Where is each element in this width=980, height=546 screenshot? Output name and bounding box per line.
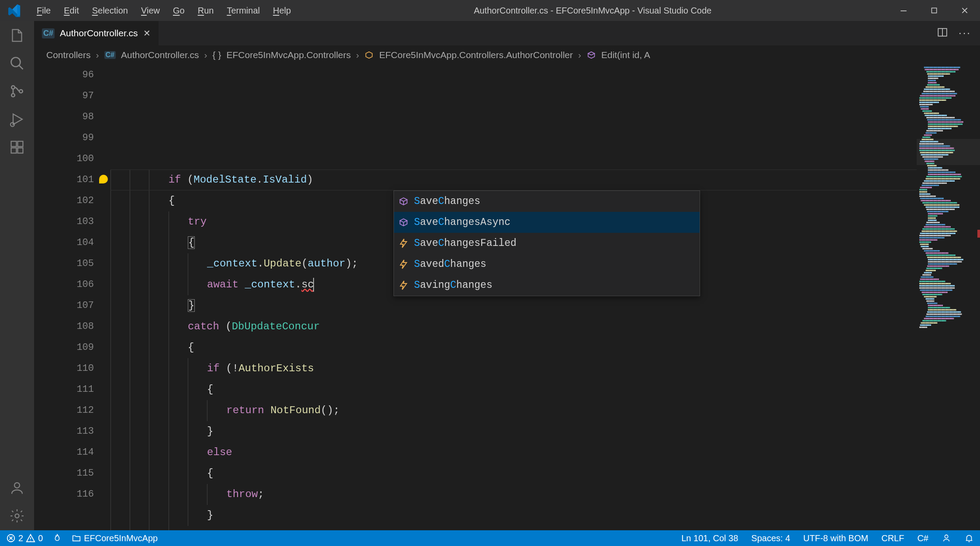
code-line[interactable]: { — [110, 463, 917, 484]
intellisense-item-savechangesasync[interactable]: SaveChangesAsync — [394, 212, 700, 233]
code-line[interactable]: } — [110, 421, 917, 442]
line-number: 116 — [34, 484, 94, 505]
line-number: 110 — [34, 358, 94, 379]
extensions-icon[interactable] — [8, 138, 26, 156]
tab-authorcontroller[interactable]: C# AuthorController.cs ✕ — [34, 21, 159, 45]
intellisense-item-savechanges[interactable]: SaveChanges — [394, 191, 700, 212]
menu-help[interactable]: Help — [267, 5, 297, 17]
breadcrumbs[interactable]: Controllers › C# AuthorController.cs › {… — [34, 45, 980, 65]
status-language[interactable]: C# — [917, 533, 928, 543]
svg-point-3 — [11, 86, 15, 89]
minimap[interactable]: ████████████████████████████████████████… — [917, 65, 980, 530]
status-problems[interactable]: 2 0 — [6, 533, 43, 543]
accounts-icon[interactable] — [8, 479, 26, 497]
intellisense-label: SavingChanges — [414, 275, 492, 296]
tab-filename: AuthorController.cs — [60, 28, 138, 38]
intellisense-item-savingchanges[interactable]: SavingChanges — [394, 275, 700, 296]
split-editor-icon[interactable] — [937, 27, 948, 40]
line-number: 97 — [34, 86, 94, 107]
lightbulb-icon[interactable] — [99, 175, 108, 183]
code-line[interactable]: } — [110, 505, 917, 526]
line-number: 100 — [34, 149, 94, 169]
line-number: 109 — [34, 337, 94, 358]
intellisense-item-savedchanges[interactable]: SavedChanges — [394, 254, 700, 275]
menu-file[interactable]: File — [31, 5, 57, 17]
settings-gear-icon[interactable] — [8, 507, 26, 525]
line-number: 101 — [34, 169, 94, 190]
breadcrumb-method[interactable]: Edit(int id, A — [601, 50, 650, 60]
line-number: 114 — [34, 442, 94, 463]
minimap-slider[interactable] — [917, 139, 980, 165]
class-icon — [364, 50, 374, 60]
line-number: 105 — [34, 253, 94, 274]
code-line[interactable]: } — [110, 295, 917, 316]
line-number-gutter: 9697989910010110210310410510610710810911… — [34, 65, 110, 530]
line-number: 103 — [34, 211, 94, 232]
code-line[interactable]: else — [110, 442, 917, 463]
code-line[interactable]: if (!AuthorExists — [110, 358, 917, 379]
intellisense-label: SaveChanges — [414, 191, 480, 212]
status-indentation[interactable]: Spaces: 4 — [751, 533, 790, 543]
breadcrumb-file[interactable]: AuthorController.cs — [121, 50, 199, 60]
close-tab-icon[interactable]: ✕ — [143, 28, 151, 38]
text-cursor — [313, 278, 314, 292]
menu-selection[interactable]: Selection — [86, 5, 134, 17]
status-project[interactable]: EFCore5InMvcApp — [72, 533, 158, 543]
code-content[interactable]: SaveChangesSaveChangesAsyncSaveChangesFa… — [110, 65, 917, 530]
code-line[interactable]: return NotFound(); — [110, 400, 917, 421]
intellisense-label: SaveChangesFailed — [414, 233, 517, 254]
menu-terminal[interactable]: Terminal — [221, 5, 266, 17]
tab-bar: C# AuthorController.cs ✕ ··· — [34, 21, 980, 45]
vscode-logo-icon — [8, 4, 21, 17]
activity-bar — [0, 21, 34, 530]
line-number: 115 — [34, 463, 94, 484]
line-number: 107 — [34, 295, 94, 316]
status-feedback-icon[interactable] — [942, 533, 951, 543]
status-flame-icon[interactable] — [52, 533, 62, 543]
menu-view[interactable]: View — [135, 5, 166, 17]
status-notifications-icon[interactable] — [964, 533, 974, 543]
search-icon[interactable] — [8, 54, 26, 73]
titlebar: FileEditSelectionViewGoRunTerminalHelp A… — [0, 0, 980, 21]
editor[interactable]: 9697989910010110210310410510610710810911… — [34, 65, 980, 530]
breadcrumb-namespace[interactable]: EFCore5InMvcApp.Controllers — [226, 50, 351, 60]
svg-point-4 — [11, 93, 15, 97]
menu-edit[interactable]: Edit — [58, 5, 85, 17]
intellisense-label: SaveChangesAsync — [414, 212, 511, 233]
menu-go[interactable]: Go — [167, 5, 191, 17]
status-eol[interactable]: CRLF — [881, 533, 904, 543]
code-line[interactable]: } — [110, 526, 917, 530]
code-line[interactable]: { — [110, 379, 917, 400]
status-bar: 2 0 EFCore5InMvcApp Ln 101, Col 38 Space… — [0, 530, 980, 546]
status-encoding[interactable]: UTF-8 with BOM — [803, 533, 868, 543]
main-menu: FileEditSelectionViewGoRunTerminalHelp — [31, 5, 297, 17]
svg-rect-0 — [901, 10, 907, 11]
method-icon — [587, 50, 596, 60]
explorer-icon[interactable] — [8, 26, 26, 45]
line-number: 104 — [34, 232, 94, 253]
code-line[interactable]: throw; — [110, 484, 917, 505]
line-number: 113 — [34, 421, 94, 442]
source-control-icon[interactable] — [8, 82, 26, 100]
run-debug-icon[interactable] — [8, 110, 26, 128]
minimize-button[interactable] — [888, 0, 919, 21]
code-line[interactable]: { — [110, 337, 917, 358]
csharp-file-icon: C# — [42, 28, 55, 38]
close-button[interactable] — [949, 0, 980, 21]
maximize-button[interactable] — [919, 0, 949, 21]
code-line[interactable]: if (ModelState.IsValid) — [110, 169, 917, 190]
breadcrumb-folder[interactable]: Controllers — [46, 50, 91, 60]
svg-rect-8 — [11, 148, 17, 153]
intellisense-popup[interactable]: SaveChangesSaveChangesAsyncSaveChangesFa… — [393, 190, 700, 296]
svg-point-11 — [14, 483, 20, 488]
more-actions-icon[interactable]: ··· — [959, 27, 971, 40]
line-number: 106 — [34, 274, 94, 295]
svg-rect-1 — [932, 8, 936, 13]
menu-run[interactable]: Run — [192, 5, 220, 17]
breadcrumb-class[interactable]: EFCore5InMvcApp.Controllers.AuthorContro… — [379, 50, 573, 60]
csharp-file-icon: C# — [104, 51, 116, 59]
svg-point-5 — [19, 90, 23, 93]
status-cursor-position[interactable]: Ln 101, Col 38 — [681, 533, 738, 543]
intellisense-item-savechangesfailed[interactable]: SaveChangesFailed — [394, 233, 700, 254]
code-line[interactable]: catch (DbUpdateConcur — [110, 316, 917, 337]
